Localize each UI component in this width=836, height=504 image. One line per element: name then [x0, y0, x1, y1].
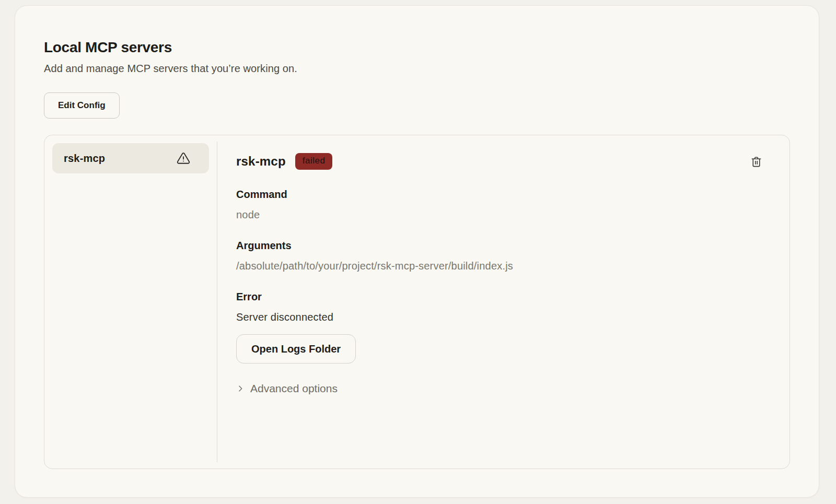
server-name-heading: rsk-mcp	[236, 154, 286, 169]
advanced-options-toggle[interactable]: Advanced options	[236, 382, 764, 395]
server-detail-header: rsk-mcp failed	[236, 153, 764, 170]
mcp-server-panel: rsk-mcp rsk-mcp failed	[44, 135, 790, 469]
edit-config-button[interactable]: Edit Config	[44, 92, 120, 119]
command-value: node	[236, 209, 764, 221]
warning-icon	[177, 151, 190, 165]
delete-server-button[interactable]	[748, 154, 764, 170]
advanced-options-label: Advanced options	[250, 382, 338, 395]
server-detail-pane: rsk-mcp failed Command	[217, 135, 789, 468]
settings-card: Local MCP servers Add and manage MCP ser…	[15, 5, 819, 498]
arguments-label: Arguments	[236, 240, 764, 252]
command-field: Command node	[236, 189, 764, 221]
error-value: Server disconnected	[236, 311, 764, 323]
arguments-value: /absolute/path/to/your/project/rsk-mcp-s…	[236, 260, 764, 272]
error-field: Error Server disconnected	[236, 291, 764, 323]
page-title: Local MCP servers	[44, 39, 790, 56]
server-list-sidebar: rsk-mcp	[44, 135, 217, 468]
status-badge: failed	[295, 153, 333, 170]
server-list-item-rsk-mcp[interactable]: rsk-mcp	[52, 143, 209, 173]
open-logs-folder-button[interactable]: Open Logs Folder	[236, 334, 356, 364]
page-subtitle: Add and manage MCP servers that you’re w…	[44, 63, 790, 75]
error-label: Error	[236, 291, 764, 303]
trash-icon	[750, 156, 762, 168]
chevron-right-icon	[236, 384, 245, 393]
command-label: Command	[236, 189, 764, 201]
server-list-item-name: rsk-mcp	[64, 153, 105, 165]
arguments-field: Arguments /absolute/path/to/your/project…	[236, 240, 764, 272]
